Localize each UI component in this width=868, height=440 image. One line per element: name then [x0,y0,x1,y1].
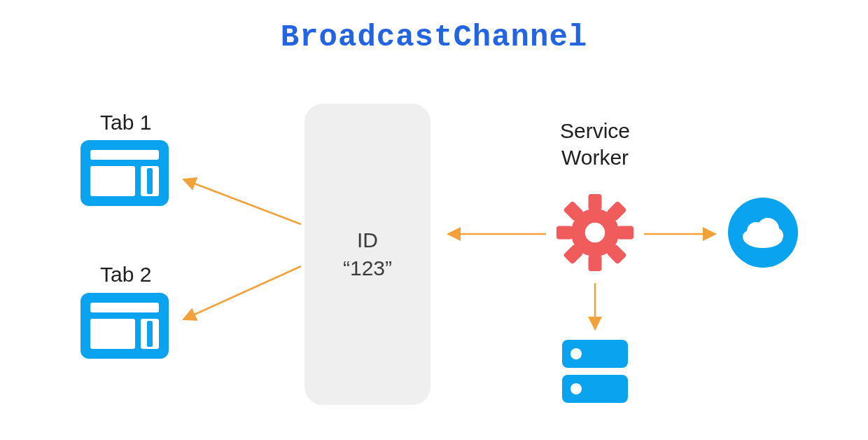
service-worker-label: Service Worker [532,118,658,170]
diagram-stage: BroadcastChannel ID “123” Tab 1 Tab 2 Se… [0,0,868,440]
cloud-icon [728,198,798,268]
arrow-channel-to-tab1 [183,179,301,224]
broadcast-channel-box: ID “123” [304,104,430,405]
svg-point-25 [743,231,755,243]
svg-rect-4 [147,168,153,194]
svg-point-24 [768,228,783,243]
svg-rect-7 [90,319,135,349]
gear-icon [555,193,635,273]
svg-rect-6 [90,303,159,312]
svg-rect-13 [556,226,573,240]
service-worker-label-line1: Service [560,119,630,142]
browser-window-icon [80,293,169,359]
svg-rect-9 [147,321,153,347]
service-worker-label-line2: Worker [561,146,629,169]
svg-rect-2 [90,166,135,196]
svg-rect-1 [90,150,159,160]
channel-id-value: “123” [343,254,392,283]
svg-point-27 [570,348,582,359]
svg-point-19 [585,223,606,243]
svg-rect-14 [617,226,634,240]
channel-id-label: ID [357,226,378,255]
tab2-label: Tab 2 [100,263,151,287]
svg-rect-11 [589,194,602,210]
diagram-title: BroadcastChannel [0,20,868,55]
tab1-label: Tab 1 [100,111,151,135]
storage-icon [562,338,628,404]
svg-rect-12 [589,255,602,271]
arrow-channel-to-tab2 [183,266,301,319]
svg-point-29 [570,383,582,394]
browser-window-icon [80,140,169,206]
